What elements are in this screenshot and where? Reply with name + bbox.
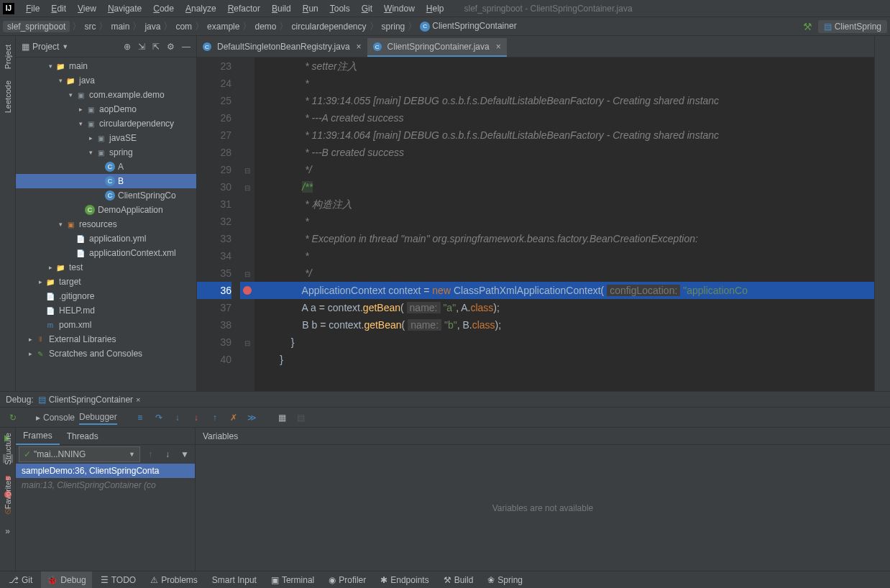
menu-analyze[interactable]: Analyze <box>180 4 222 14</box>
show-exec-icon[interactable]: ≡ <box>133 410 147 425</box>
breadcrumb-project[interactable]: slef_springboot <box>3 21 70 32</box>
menu-git[interactable]: Git <box>356 4 378 14</box>
rail-project[interactable]: Project <box>4 39 12 75</box>
layout-icon[interactable]: ▦ <box>275 410 290 425</box>
stack-frame[interactable]: main:13, ClientSpringContainer (co <box>16 478 195 492</box>
tree-item[interactable]: ▸▣aopDemo <box>16 102 196 116</box>
breadcrumb-part[interactable]: spring <box>380 22 408 32</box>
thread-selector[interactable]: ✓ "mai...NNING ▼ <box>19 446 140 462</box>
editor-tab[interactable]: CClientSpringContainer.java× <box>367 38 507 57</box>
editor-tab[interactable]: CDefaultSingletonBeanRegistry.java× <box>197 38 367 57</box>
filter-icon[interactable]: ▼ <box>178 447 192 461</box>
variables-tab[interactable]: Variables <box>196 428 890 445</box>
stack-frame[interactable]: sampleDemo:36, ClientSpringConta <box>16 464 195 478</box>
locate-icon[interactable]: ⊕ <box>124 42 131 52</box>
tree-item[interactable]: CClientSpringCo <box>16 188 196 203</box>
tree-item[interactable]: 📄.gitignore <box>16 289 196 303</box>
code-area[interactable]: * setter注入 * * 11:39:14.055 [main] DEBUG… <box>254 58 890 391</box>
menu-build[interactable]: Build <box>266 4 297 14</box>
next-frame-icon[interactable]: ↓ <box>160 447 175 461</box>
editor[interactable]: 232425262728293031323334353637383940 ⊟⊟⊟… <box>197 58 890 391</box>
menu-window[interactable]: Window <box>378 4 421 14</box>
editor-area: CDefaultSingletonBeanRegistry.java×CClie… <box>197 36 890 391</box>
tree-item[interactable]: mpom.xml <box>16 318 196 332</box>
menu-refactor[interactable]: Refactor <box>222 4 266 14</box>
rail-structure[interactable]: Structure <box>4 427 12 471</box>
tree-item[interactable]: CDemoApplication <box>16 203 196 217</box>
rerun-icon[interactable]: ↻ <box>6 410 20 425</box>
menu-view[interactable]: View <box>72 4 102 14</box>
breadcrumb-current[interactable]: CClientSpringContainer <box>418 21 518 32</box>
prev-frame-icon[interactable]: ↑ <box>143 447 157 461</box>
menu-file[interactable]: File <box>20 4 45 14</box>
evaluate-icon[interactable]: ≫ <box>245 410 260 425</box>
bottom-debug[interactable]: 🐞Debug <box>41 571 91 589</box>
force-step-icon[interactable]: ↓ <box>189 410 203 425</box>
bottom-smart-input[interactable]: Smart Input <box>206 571 262 589</box>
step-over-icon[interactable]: ↷ <box>152 410 166 425</box>
close-icon[interactable]: × <box>496 42 501 52</box>
breadcrumb-part[interactable]: demo <box>252 22 278 32</box>
bottom-todo[interactable]: ☰TODO <box>95 571 142 589</box>
tree-item[interactable]: CB <box>16 174 196 188</box>
bottom-build[interactable]: ⚒Build <box>438 571 480 589</box>
rail-favorites[interactable]: Favorites <box>4 471 12 515</box>
breadcrumb-part[interactable]: circulardependency <box>289 22 368 32</box>
gear-icon[interactable]: ⚙ <box>167 42 175 52</box>
rail-leetcode[interactable]: Leetcode <box>4 75 12 119</box>
bottom-profiler[interactable]: ◉Profiler <box>323 571 372 589</box>
tree-item[interactable]: ▸📁target <box>16 275 196 289</box>
tree-item[interactable]: ▾▣circulardependency <box>16 116 196 131</box>
menu-code[interactable]: Code <box>147 4 180 14</box>
project-panel-title[interactable]: ▦ Project ▼ <box>22 42 68 52</box>
project-tree[interactable]: ▾📁main▾📁java▾▣com.example.demo▸▣aopDemo▾… <box>16 58 196 391</box>
line-gutter: 232425262728293031323334353637383940 <box>197 58 240 391</box>
collapse-icon[interactable]: ⇱ <box>152 42 160 52</box>
breadcrumb-part[interactable]: java <box>142 22 162 32</box>
bottom-problems[interactable]: ⚠Problems <box>144 571 203 589</box>
tree-item[interactable]: 📄applicationContext.xml <box>16 246 196 260</box>
menu-navigate[interactable]: Navigate <box>102 4 147 14</box>
breadcrumb-part[interactable]: example <box>205 22 242 32</box>
console-tab[interactable]: ▸Console <box>36 410 75 425</box>
window-title: slef_springboot - ClientSpringContainer.… <box>464 4 632 14</box>
threads-tab[interactable]: Threads <box>60 428 106 445</box>
menu-tools[interactable]: Tools <box>324 4 356 14</box>
tree-item[interactable]: ▾▣spring <box>16 145 196 160</box>
expand-icon[interactable]: ⇲ <box>138 42 145 52</box>
menu-run[interactable]: Run <box>297 4 324 14</box>
breadcrumb-part[interactable]: main <box>109 22 132 32</box>
menu-edit[interactable]: Edit <box>45 4 72 14</box>
run-config-selector[interactable]: ▤ ClientSpring <box>818 20 887 33</box>
breakpoint-icon[interactable] <box>243 286 252 295</box>
breadcrumb-part[interactable]: src <box>82 22 98 32</box>
tree-item[interactable]: ▾📁java <box>16 73 196 88</box>
bottom-endpoints[interactable]: ✱Endpoints <box>375 571 434 589</box>
settings-icon[interactable]: ▤ <box>294 410 308 425</box>
tree-item[interactable]: ▾▣com.example.demo <box>16 88 196 102</box>
menu-help[interactable]: Help <box>421 4 450 14</box>
run-to-cursor-icon[interactable]: ✗ <box>226 410 241 425</box>
tree-item[interactable]: ▸▣javaSE <box>16 131 196 145</box>
debugger-tab[interactable]: Debugger <box>79 410 117 425</box>
bottom-git[interactable]: ⎇Git <box>3 571 38 589</box>
tree-item[interactable]: ▾▣resources <box>16 217 196 231</box>
tree-item[interactable]: CA <box>16 160 196 174</box>
step-into-icon[interactable]: ↓ <box>170 410 185 425</box>
tree-item[interactable]: 📄HELP.md <box>16 303 196 318</box>
debug-session-tab[interactable]: ▤ ClientSpringContainer × <box>34 395 145 405</box>
gutter-marks[interactable]: ⊟⊟⊟⊟ <box>240 58 254 391</box>
close-icon[interactable]: × <box>357 42 362 52</box>
tree-item[interactable]: 📄application.yml <box>16 231 196 246</box>
bottom-spring[interactable]: ❀Spring <box>482 571 528 589</box>
step-out-icon[interactable]: ↑ <box>208 410 222 425</box>
tree-item[interactable]: ▾📁main <box>16 59 196 73</box>
build-icon[interactable]: ⚒ <box>803 21 812 32</box>
breadcrumb-part[interactable]: com <box>173 22 194 32</box>
tree-item[interactable]: ▸✎Scratches and Consoles <box>16 346 196 361</box>
hide-icon[interactable]: — <box>182 42 191 52</box>
frames-tab[interactable]: Frames <box>16 428 60 445</box>
tree-item[interactable]: ▸📁test <box>16 260 196 275</box>
bottom-terminal[interactable]: ▣Terminal <box>265 571 320 589</box>
tree-item[interactable]: ▸⫴External Libraries <box>16 332 196 346</box>
